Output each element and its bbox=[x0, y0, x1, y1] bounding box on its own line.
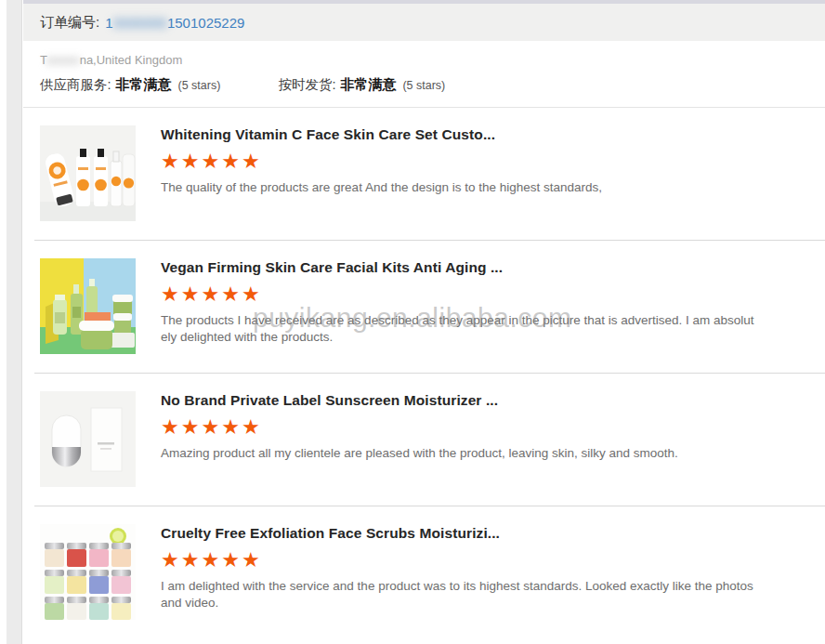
review-text: Amazing product all my clientele are ple… bbox=[161, 445, 678, 462]
five-star-rating: ★★★★★ bbox=[161, 417, 678, 438]
review-content: Vegan Firming Skin Care Facial Kits Anti… bbox=[161, 258, 754, 354]
feedback-panel: 订单编号: 100000001501025229 Tooooona,United… bbox=[23, 0, 825, 644]
product-title-link[interactable]: No Brand Private Label Sunscreen Moistur… bbox=[161, 392, 678, 409]
supplier-service-stars-note: (5 stars) bbox=[178, 79, 221, 92]
review-text: The products I have received are as desc… bbox=[161, 312, 754, 346]
buyer-name-redacted: ooooo bbox=[46, 53, 80, 67]
product-thumbnail-vitamin-c-set[interactable] bbox=[40, 125, 136, 221]
overall-ratings-row: 供应商服务: 非常满意 (5 stars) 按时发货: 非常满意 (5 star… bbox=[40, 76, 808, 94]
review-content: Cruelty Free Exfoliation Face Scrubs Moi… bbox=[161, 524, 753, 620]
review-list: Whitening Vitamin C Face Skin Care Set C… bbox=[34, 108, 825, 638]
on-time-delivery-rating: 按时发货: 非常满意 (5 stars) bbox=[278, 76, 445, 94]
left-gutter bbox=[7, 0, 22, 644]
supplier-service-label: 供应商服务: bbox=[40, 76, 111, 94]
review-text: I am delighted with the service and the … bbox=[161, 578, 753, 611]
order-number-redacted: 0000000 bbox=[113, 15, 167, 31]
order-number-bar: 订单编号: 100000001501025229 bbox=[23, 4, 825, 41]
order-number-link[interactable]: 100000001501025229 bbox=[105, 15, 244, 31]
product-thumbnail-sunscreen[interactable] bbox=[40, 391, 136, 487]
buyer-name: Tooooona,United Kingdom bbox=[40, 53, 808, 67]
buyer-summary: Tooooona,United Kingdom 供应商服务: 非常满意 (5 s… bbox=[23, 41, 825, 108]
on-time-delivery-stars-note: (5 stars) bbox=[402, 79, 445, 92]
product-title-link[interactable]: Vegan Firming Skin Care Facial Kits Anti… bbox=[161, 259, 754, 276]
on-time-delivery-label: 按时发货: bbox=[278, 76, 335, 94]
five-star-rating: ★★★★★ bbox=[161, 151, 602, 172]
supplier-service-rating: 供应商服务: 非常满意 (5 stars) bbox=[40, 76, 220, 94]
product-title-link[interactable]: Cruelty Free Exfoliation Face Scrubs Moi… bbox=[161, 525, 753, 542]
review-item: Vegan Firming Skin Care Facial Kits Anti… bbox=[34, 241, 825, 374]
feedback-page: 订单编号: 100000001501025229 Tooooona,United… bbox=[0, 0, 825, 644]
review-text: The quality of the products are great An… bbox=[161, 179, 602, 196]
five-star-rating: ★★★★★ bbox=[161, 284, 754, 305]
product-title-link[interactable]: Whitening Vitamin C Face Skin Care Set C… bbox=[161, 126, 602, 143]
review-content: Whitening Vitamin C Face Skin Care Set C… bbox=[161, 125, 602, 221]
review-content: No Brand Private Label Sunscreen Moistur… bbox=[161, 391, 678, 487]
on-time-delivery-value: 非常满意 bbox=[340, 76, 396, 94]
supplier-service-value: 非常满意 bbox=[116, 76, 172, 94]
review-item: No Brand Private Label Sunscreen Moistur… bbox=[34, 374, 825, 506]
product-thumbnail-scrub-grid[interactable] bbox=[40, 524, 136, 620]
five-star-rating: ★★★★★ bbox=[161, 550, 753, 571]
product-thumbnail-vegan-kit[interactable] bbox=[40, 258, 136, 354]
review-item: Cruelty Free Exfoliation Face Scrubs Moi… bbox=[34, 506, 825, 638]
order-number-label: 订单编号: bbox=[40, 14, 99, 32]
review-item: Whitening Vitamin C Face Skin Care Set C… bbox=[34, 108, 825, 241]
